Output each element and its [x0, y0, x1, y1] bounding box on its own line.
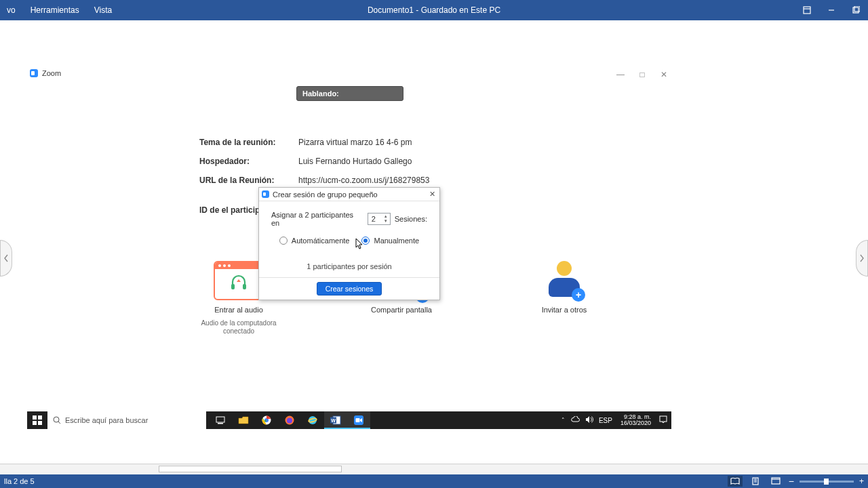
zoom-slider-knob[interactable]	[824, 479, 829, 485]
zoom-slider[interactable]	[800, 481, 854, 483]
svg-rect-23	[660, 416, 667, 422]
svg-rect-2	[854, 6, 860, 12]
zoom-minimize-icon[interactable]: —	[616, 70, 625, 79]
tile-invite-others[interactable]: + Invitar a otros	[524, 261, 605, 336]
svg-rect-1	[853, 7, 859, 13]
tile-share-caption: Compartir pantalla	[371, 306, 432, 314]
radio-automatic[interactable]: Automáticamente	[279, 237, 350, 245]
windows-taskbar: Escribe aquí para buscar W ˄ ESP 9:28 a.…	[27, 411, 671, 429]
menu-herramientas[interactable]: Herramientas	[25, 1, 85, 19]
scrollbar-thumb[interactable]	[159, 466, 342, 472]
radio-icon	[361, 237, 370, 245]
breakout-assign-prefix: Asignar a 2 participantes en	[271, 211, 363, 227]
word-fullscreen-icon[interactable]	[795, 0, 819, 20]
svg-rect-0	[804, 7, 810, 14]
breakout-dialog: Crear sesión de grupo pequeño ✕ Asignar …	[258, 187, 440, 300]
radio-manual[interactable]: Manualmente	[361, 237, 419, 245]
zoom-maximize-icon[interactable]: □	[637, 70, 647, 79]
page-prev-arrow[interactable]	[0, 240, 12, 277]
word-status-bar: lla 2 de 5 − +	[0, 474, 868, 488]
taskbar-search-placeholder: Escribe aquí para buscar	[65, 416, 148, 424]
menu-archivo[interactable]: vo	[1, 1, 21, 19]
zoom-logo-icon	[30, 69, 38, 77]
svg-text:W: W	[331, 418, 336, 423]
status-page-indicator[interactable]: lla 2 de 5	[4, 477, 35, 485]
word-title-bar: vo Herramientas Vista Documento1 - Guard…	[0, 0, 868, 20]
taskbar-app-chrome[interactable]	[255, 411, 278, 429]
breakout-mode-radios: Automáticamente Manualmente	[271, 237, 427, 245]
tray-language[interactable]: ESP	[599, 417, 612, 424]
word-doc-title: Documento1 - Guardado en Este PC	[368, 5, 500, 15]
tray-volume-icon[interactable]	[585, 416, 593, 424]
page-next-arrow[interactable]	[856, 240, 868, 277]
tile-invite-frame: +	[539, 261, 589, 300]
view-print-layout-icon[interactable]	[748, 476, 763, 487]
taskbar-tray: ˄ ESP 9:28 a. m. 16/03/2020	[561, 414, 671, 426]
menu-vista[interactable]: Vista	[89, 1, 117, 19]
tray-clock[interactable]: 9:28 a. m. 16/03/2020	[618, 414, 654, 426]
breakout-assign-row: Asignar a 2 participantes en 2 ▲▼ Sesion…	[271, 211, 427, 227]
svg-rect-22	[356, 418, 360, 422]
tile-join-audio-caption: Entrar al audio	[214, 306, 263, 314]
spinner-arrows-icon[interactable]: ▲▼	[382, 214, 389, 224]
taskbar-app-firefox[interactable]	[278, 411, 301, 429]
zoom-close-icon[interactable]: ✕	[659, 70, 669, 79]
tile-invite-caption: Invitar a otros	[542, 306, 587, 314]
headphones-icon	[229, 272, 249, 293]
breakout-count-spinner[interactable]: 2 ▲▼	[368, 213, 391, 225]
tile-join-audio-frame	[214, 261, 264, 300]
svg-point-15	[287, 418, 292, 424]
add-person-badge-icon: +	[572, 288, 585, 302]
radio-icon	[279, 237, 288, 245]
svg-rect-7	[33, 421, 37, 425]
word-menu: vo Herramientas Vista	[0, 1, 117, 19]
breakout-close-icon[interactable]: ✕	[427, 190, 437, 199]
zoom-window-controls: — □ ✕	[616, 70, 669, 79]
taskbar-search[interactable]: Escribe aquí para buscar	[47, 411, 206, 429]
speaking-indicator: Hablando:	[296, 86, 403, 101]
svg-rect-8	[38, 421, 42, 425]
speaking-label: Hablando:	[302, 89, 339, 98]
horizontal-scrollbar[interactable]	[0, 464, 868, 474]
tray-cloud-icon[interactable]	[570, 416, 580, 424]
svg-rect-4	[243, 284, 246, 289]
tray-date: 16/03/2020	[620, 420, 651, 426]
svg-rect-6	[38, 415, 42, 420]
info-row-topic: Tema de la reunión: Pizarra virtual marz…	[199, 138, 566, 147]
taskbar-app-word[interactable]: W	[324, 411, 347, 429]
svg-point-9	[54, 417, 59, 422]
person-icon: +	[546, 261, 583, 300]
url-value: https://ucm-co.zoom.us/j/168279853	[298, 176, 429, 185]
breakout-dialog-title: Crear sesión de grupo pequeño	[273, 190, 378, 199]
zoom-in-icon[interactable]: +	[859, 479, 864, 484]
taskbar-app-explorer[interactable]	[232, 411, 255, 429]
info-row-host: Hospedador: Luis Fernando Hurtado Galleg…	[199, 157, 566, 166]
tray-notifications-icon[interactable]	[659, 415, 667, 425]
start-button[interactable]	[27, 411, 47, 429]
document-area: Zoom — □ ✕ Hablando: Tema de la reunión:…	[0, 20, 868, 474]
create-sessions-button[interactable]: Crear sesiones	[317, 282, 382, 296]
taskbar-app-taskview[interactable]	[209, 411, 232, 429]
zoom-window: Zoom — □ ✕ Hablando: Tema de la reunión:…	[27, 67, 671, 433]
svg-rect-10	[216, 417, 224, 422]
topic-label: Tema de la reunión:	[199, 138, 298, 147]
word-maximize-icon[interactable]	[844, 0, 868, 20]
zoom-out-icon[interactable]: −	[789, 479, 794, 484]
taskbar-apps: W	[209, 411, 370, 429]
topic-value: Pizarra virtual marzo 16 4-6 pm	[298, 138, 412, 147]
tile-join-audio-sub: Audio de la computadora conectado	[198, 319, 279, 336]
zoom-window-titlebar: Zoom	[27, 67, 671, 79]
tray-chevron-up-icon[interactable]: ˄	[561, 417, 565, 424]
radio-automatic-label: Automáticamente	[292, 237, 350, 245]
view-read-mode-icon[interactable]	[728, 476, 743, 487]
search-icon	[53, 416, 61, 424]
breakout-sessions-suffix: Sesiones:	[395, 215, 427, 223]
word-minimize-icon[interactable]	[819, 0, 844, 20]
taskbar-app-zoom[interactable]	[347, 411, 370, 429]
host-label: Hospedador:	[199, 157, 298, 166]
view-web-layout-icon[interactable]	[768, 476, 783, 487]
breakout-per-session: 1 participantes por sesión	[271, 262, 427, 270]
taskbar-app-ie[interactable]	[301, 411, 324, 429]
windows-logo-icon	[33, 415, 42, 425]
word-window-controls	[795, 0, 868, 20]
